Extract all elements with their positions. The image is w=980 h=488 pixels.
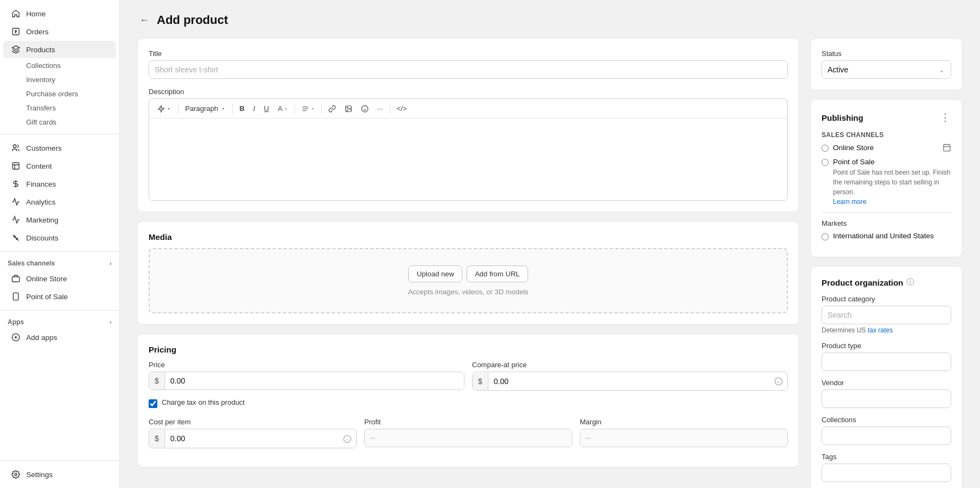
channel-pos-desc: Point of Sale has not been set up. Finis… <box>833 168 951 197</box>
channel-pos-radio[interactable] <box>822 159 829 166</box>
back-button[interactable]: ← <box>137 14 151 27</box>
sidebar-item-content[interactable]: Content <box>3 157 116 175</box>
sidebar-item-gift-cards[interactable]: Gift cards <box>3 115 116 129</box>
status-select[interactable]: Active Draft <box>822 60 951 79</box>
sidebar-item-customers[interactable]: Customers <box>3 139 116 157</box>
compare-price-label: Compare-at price <box>472 361 788 369</box>
sidebar-item-finances[interactable]: Finances <box>3 175 116 193</box>
sidebar-item-online-store[interactable]: Online Store <box>3 270 116 287</box>
sidebar-item-point-of-sale[interactable]: Point of Sale <box>3 288 116 305</box>
align-btn[interactable] <box>298 103 318 115</box>
cost-info-icon[interactable] <box>339 429 356 447</box>
product-type-label: Product type <box>822 342 951 350</box>
markets-channel-name: International and United States <box>833 232 934 240</box>
sidebar-item-orders[interactable]: Orders <box>3 23 116 40</box>
sidebar-item-home[interactable]: Home <box>3 5 116 22</box>
upload-new-btn[interactable]: Upload new <box>408 265 462 282</box>
description-label: Description <box>149 88 788 96</box>
analytics-icon <box>11 197 21 207</box>
page-header: ← Add product <box>137 13 963 27</box>
sidebar-label-settings: Settings <box>26 471 53 479</box>
markets-radio[interactable] <box>822 233 829 240</box>
category-label: Product category <box>822 295 951 303</box>
sidebar-item-add-apps[interactable]: Add apps <box>3 329 116 346</box>
content-layout: Title Description <box>137 38 963 488</box>
underline-btn[interactable]: U <box>260 102 273 115</box>
color-btn[interactable]: A <box>274 102 292 115</box>
sidebar-label-customers: Customers <box>26 144 62 152</box>
emoji-btn[interactable] <box>357 103 372 115</box>
description-editor: Paragraph B I U A <box>149 98 788 201</box>
sidebar-item-inventory[interactable]: Inventory <box>3 73 116 87</box>
sidebar: Home Orders Products Collections Invento… <box>0 0 120 488</box>
sidebar-item-purchase-orders[interactable]: Purchase orders <box>3 87 116 101</box>
cost-row: Cost per item $ Profit <box>149 418 788 448</box>
code-btn[interactable]: </> <box>393 102 411 115</box>
publishing-divider <box>822 212 951 213</box>
status-label: Status <box>822 50 951 58</box>
tags-input[interactable] <box>822 464 951 482</box>
category-input[interactable] <box>822 306 951 324</box>
tags-label: Tags <box>822 453 951 461</box>
channel-online-store-info: Online Store <box>833 143 951 152</box>
apps-expand-icon[interactable]: › <box>109 318 112 326</box>
sidebar-label-orders: Orders <box>26 28 48 36</box>
title-input[interactable] <box>149 60 788 79</box>
svg-point-1 <box>13 145 16 147</box>
price-input[interactable] <box>165 372 464 390</box>
profit-input[interactable] <box>365 429 572 447</box>
media-card: Media Upload new Add from URL Accepts im… <box>137 221 799 325</box>
pos-icon <box>11 292 21 301</box>
product-type-input[interactable] <box>822 353 951 371</box>
cost-input[interactable] <box>165 430 339 447</box>
charge-tax-checkbox[interactable] <box>149 399 157 408</box>
sidebar-item-settings[interactable]: Settings <box>3 466 116 483</box>
discounts-icon <box>11 233 21 243</box>
add-from-url-btn[interactable]: Add from URL <box>467 265 528 282</box>
category-field: Product category Determines US tax rates <box>822 295 951 334</box>
sidebar-item-marketing[interactable]: Marketing <box>3 211 116 228</box>
compare-info-icon[interactable] <box>770 372 787 390</box>
image-btn[interactable] <box>341 103 356 115</box>
link-btn[interactable] <box>324 103 340 115</box>
channel-online-store-name: Online Store <box>833 144 874 152</box>
bold-btn[interactable]: B <box>236 102 248 115</box>
channel-online-store-radio[interactable] <box>822 145 829 152</box>
compare-price-input[interactable] <box>488 373 770 390</box>
markets-label: Markets <box>822 219 951 227</box>
sidebar-item-analytics[interactable]: Analytics <box>3 193 116 211</box>
sidebar-item-discounts[interactable]: Discounts <box>3 229 116 246</box>
vendor-input[interactable] <box>822 390 951 408</box>
description-body[interactable] <box>149 119 787 200</box>
ai-toolbar-btn[interactable] <box>154 103 175 115</box>
profit-field: Profit <box>364 418 572 448</box>
product-org-info-icon[interactable]: ⓘ <box>906 277 914 287</box>
sidebar-item-collections[interactable]: Collections <box>3 59 116 72</box>
sidebar-label-finances: Finances <box>26 180 56 188</box>
italic-btn[interactable]: I <box>249 102 259 115</box>
charge-tax-label: Charge tax on this product <box>162 398 244 406</box>
svg-point-11 <box>15 473 17 475</box>
publishing-more-btn[interactable]: ⋮ <box>939 110 951 125</box>
content-side: Status Active Draft Publishing ⋮ Sales c… <box>810 38 963 488</box>
channel-online-store: Online Store <box>822 143 951 152</box>
svg-point-17 <box>347 107 348 108</box>
sidebar-item-transfers[interactable]: Transfers <box>3 101 116 115</box>
collections-input[interactable] <box>822 427 951 445</box>
paragraph-select[interactable]: Paragraph <box>181 102 230 115</box>
margin-input[interactable] <box>580 429 787 447</box>
sales-channels-expand-icon[interactable]: › <box>109 260 112 267</box>
sidebar-label-online-store: Online Store <box>26 275 67 283</box>
more-toolbar-btn[interactable]: ··· <box>373 102 387 115</box>
online-store-calendar-btn[interactable] <box>942 143 951 152</box>
sidebar-label-discounts: Discounts <box>26 234 58 242</box>
cost-currency: $ <box>149 430 165 447</box>
sidebar-item-products[interactable]: Products <box>3 41 116 58</box>
tax-rates-link[interactable]: tax rates <box>868 326 893 334</box>
channel-pos-learn-more[interactable]: Learn more <box>833 198 866 206</box>
sidebar-label-products: Products <box>26 46 55 54</box>
product-org-title: Product organization <box>822 278 903 287</box>
media-hint: Accepts images, videos, or 3D models <box>408 288 528 296</box>
page-title: Add product <box>157 13 228 27</box>
tax-note: Determines US tax rates <box>822 326 951 334</box>
